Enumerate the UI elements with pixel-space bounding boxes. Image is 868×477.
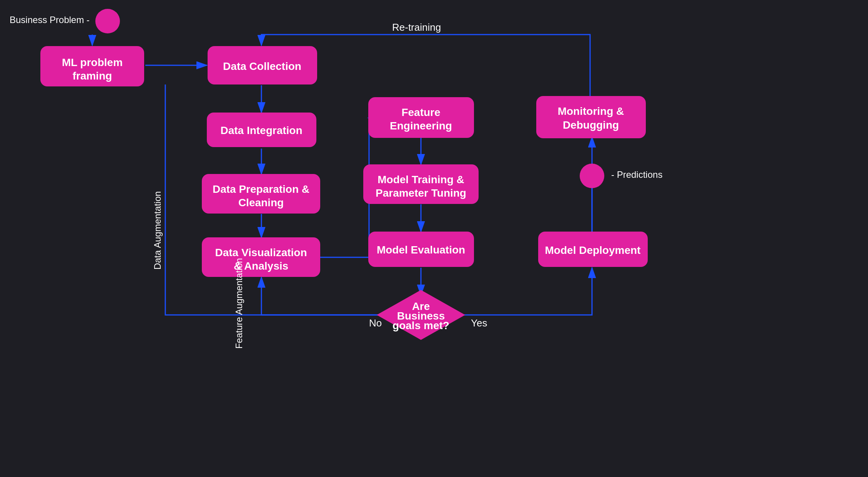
ml-pipeline-diagram: Business Problem - ML problem framing Da… [0, 0, 868, 477]
data-collection-text: Data Collection [223, 60, 301, 72]
ml-problem-text2: framing [73, 70, 112, 82]
monitoring-text1: Monitoring & [558, 105, 624, 117]
data-integration-text: Data Integration [220, 124, 302, 136]
goals-text3: goals met? [392, 320, 449, 331]
feature-eng-text2: Engineering [390, 120, 452, 132]
model-training-text2: Parameter Tuning [376, 187, 466, 199]
data-viz-text1: Data Visualization [215, 247, 307, 258]
business-problem-label: Business Problem - [10, 15, 90, 25]
monitoring-text2: Debugging [563, 119, 619, 131]
retraining-label: Re-training [392, 22, 441, 33]
data-prep-text2: Cleaning [238, 197, 284, 209]
data-prep-text1: Data Preparation & [213, 183, 309, 195]
business-problem-circle [95, 9, 120, 33]
model-training-text1: Model Training & [377, 174, 464, 186]
feature-augmentation-label: Feature Augmentation [234, 258, 244, 349]
model-eval-text: Model Evaluation [377, 244, 465, 256]
data-augmentation-label: Data Augmentation [152, 191, 163, 270]
ml-problem-text: ML problem [62, 56, 123, 68]
model-deploy-text: Model Deployment [545, 244, 641, 256]
predictions-label: - Predictions [611, 169, 662, 180]
yes-label: Yes [471, 317, 487, 329]
predictions-circle [580, 164, 604, 188]
feature-eng-text1: Feature [401, 106, 440, 118]
no-label: No [369, 317, 382, 329]
